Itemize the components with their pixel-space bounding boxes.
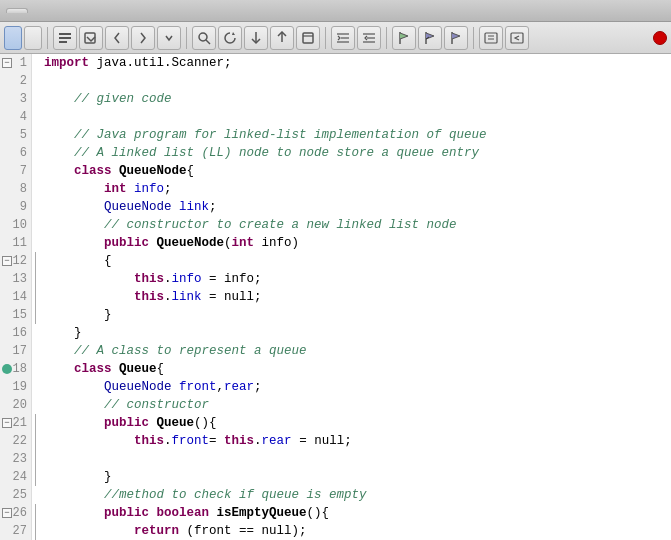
line-number: 20 bbox=[0, 396, 31, 414]
code-line: // A linked list (LL) node to node store… bbox=[44, 144, 671, 162]
code-line: // Java program for linked-list implemen… bbox=[44, 126, 671, 144]
window: −1234567891011−121314151617181920−212223… bbox=[0, 0, 671, 540]
line-number: 4 bbox=[0, 108, 31, 126]
code-line: } bbox=[44, 468, 671, 486]
dropdown-icon bbox=[84, 31, 98, 45]
tasks-prev-button[interactable] bbox=[505, 26, 529, 50]
fold-bar-cell bbox=[32, 144, 40, 162]
nav-icon-1 bbox=[58, 31, 72, 45]
code-line: //method to check if queue is empty bbox=[44, 486, 671, 504]
toolbar bbox=[0, 22, 671, 54]
line-number: 7 bbox=[0, 162, 31, 180]
svg-rect-1 bbox=[59, 37, 71, 39]
svg-rect-2 bbox=[59, 41, 67, 43]
fold-bar-cell bbox=[32, 432, 40, 450]
fold-marker[interactable]: − bbox=[2, 508, 12, 518]
file-tab[interactable] bbox=[6, 8, 28, 13]
toolbar-btn-2[interactable] bbox=[79, 26, 103, 50]
fold-bar-cell bbox=[32, 108, 40, 126]
code-line: QueueNode front,rear; bbox=[44, 378, 671, 396]
fold-bar-cell bbox=[32, 378, 40, 396]
toolbar-btn-arrow-down[interactable] bbox=[157, 26, 181, 50]
code-line: this.front= this.rear = null; bbox=[44, 432, 671, 450]
fold-marker[interactable]: − bbox=[2, 58, 12, 68]
fold-bar-cell bbox=[32, 54, 40, 72]
indent-button[interactable] bbox=[331, 26, 355, 50]
bookmark-next-button[interactable] bbox=[444, 26, 468, 50]
line-number: 23 bbox=[0, 450, 31, 468]
fold-bar-cell bbox=[32, 396, 40, 414]
history-button[interactable] bbox=[24, 26, 42, 50]
stop-button[interactable] bbox=[653, 31, 667, 45]
refresh-button[interactable] bbox=[218, 26, 242, 50]
line-number: 24 bbox=[0, 468, 31, 486]
code-line: this.link = null; bbox=[44, 288, 671, 306]
search-icon bbox=[197, 31, 211, 45]
fold-marker[interactable]: − bbox=[2, 256, 12, 266]
forward-icon bbox=[136, 31, 150, 45]
code-line: // given code bbox=[44, 90, 671, 108]
line-number: 6 bbox=[0, 144, 31, 162]
search-button[interactable] bbox=[192, 26, 216, 50]
fold-bar-cell bbox=[32, 198, 40, 216]
line-number: 15 bbox=[0, 306, 31, 324]
code-line: // constructor to create a new linked li… bbox=[44, 216, 671, 234]
code-line: QueueNode link; bbox=[44, 198, 671, 216]
code-line: return (front == null); bbox=[44, 522, 671, 540]
fold-bar-cell bbox=[32, 234, 40, 252]
code-line: public Queue(){ bbox=[44, 414, 671, 432]
code-line bbox=[44, 450, 671, 468]
code-line: this.info = info; bbox=[44, 270, 671, 288]
line-number: 14 bbox=[0, 288, 31, 306]
line-number: 3 bbox=[0, 90, 31, 108]
fold-bar-cell bbox=[32, 126, 40, 144]
source-button[interactable] bbox=[4, 26, 22, 50]
fold-bar-cell bbox=[32, 252, 40, 270]
bookmark-prev-button[interactable] bbox=[418, 26, 442, 50]
circle-marker[interactable] bbox=[2, 364, 12, 374]
window-button[interactable] bbox=[296, 26, 320, 50]
fold-bar-cell bbox=[32, 486, 40, 504]
svg-point-4 bbox=[199, 33, 207, 41]
fold-bar-cell bbox=[32, 270, 40, 288]
outdent-button[interactable] bbox=[357, 26, 381, 50]
fold-bar-cell bbox=[32, 504, 40, 522]
code-area[interactable]: import java.util.Scanner; // given code … bbox=[40, 54, 671, 540]
nav-down-button[interactable] bbox=[244, 26, 268, 50]
line-number: 2 bbox=[0, 72, 31, 90]
tasks-button[interactable] bbox=[479, 26, 503, 50]
code-line: public QueueNode(int info) bbox=[44, 234, 671, 252]
svg-line-5 bbox=[206, 40, 210, 44]
fold-bar-cell bbox=[32, 90, 40, 108]
separator-1 bbox=[47, 27, 48, 49]
code-line bbox=[44, 108, 671, 126]
line-number: 22 bbox=[0, 432, 31, 450]
code-line: import java.util.Scanner; bbox=[44, 54, 671, 72]
line-number: 18 bbox=[0, 360, 31, 378]
chevron-down-icon bbox=[165, 34, 173, 42]
bookmark-prev-icon bbox=[423, 31, 437, 45]
line-number: 8 bbox=[0, 180, 31, 198]
toolbar-btn-3[interactable] bbox=[105, 26, 129, 50]
toolbar-btn-4[interactable] bbox=[131, 26, 155, 50]
fold-bar-cell bbox=[32, 306, 40, 324]
separator-5 bbox=[473, 27, 474, 49]
separator-4 bbox=[386, 27, 387, 49]
line-number: 25 bbox=[0, 486, 31, 504]
line-number: 5 bbox=[0, 126, 31, 144]
flag-button[interactable] bbox=[392, 26, 416, 50]
code-line: } bbox=[44, 306, 671, 324]
fold-bar-cell bbox=[32, 324, 40, 342]
line-number: 13 bbox=[0, 270, 31, 288]
code-line: int info; bbox=[44, 180, 671, 198]
fold-bar-cell bbox=[32, 180, 40, 198]
line-number: 16 bbox=[0, 324, 31, 342]
toolbar-btn-1[interactable] bbox=[53, 26, 77, 50]
line-number: −21 bbox=[0, 414, 31, 432]
fold-marker[interactable]: − bbox=[2, 418, 12, 428]
window-icon bbox=[301, 31, 315, 45]
line-number: 9 bbox=[0, 198, 31, 216]
code-line: // A class to represent a queue bbox=[44, 342, 671, 360]
fold-bar-cell bbox=[32, 450, 40, 468]
nav-up-button[interactable] bbox=[270, 26, 294, 50]
